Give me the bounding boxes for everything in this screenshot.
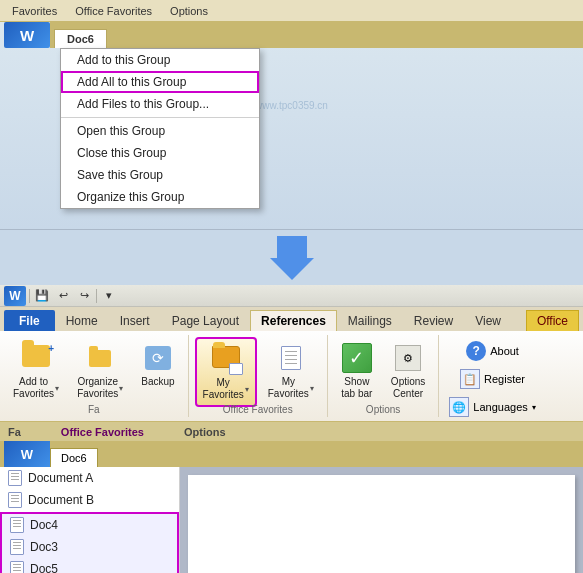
left-label-doc-a: Document A [28,471,93,485]
my-favorites-small-label: MyFavorites [268,376,309,400]
left-item-doc-b[interactable]: Document B [0,489,179,511]
word-logo-top: W [4,22,50,48]
tab-mailings[interactable]: Mailings [337,310,403,331]
show-tab-bar-btn[interactable]: ✓ Showtab bar [334,337,380,405]
tab-review[interactable]: Review [403,310,464,331]
organize-label-row: OrganizeFavorites ▾ [77,376,123,400]
languages-item[interactable]: 🌐 Languages ▾ [445,395,539,419]
left-icon-doc-b [8,492,22,508]
tab-favorites-top[interactable]: Favorites [4,3,65,19]
register-icon: 📋 [460,369,480,389]
qa-sep1 [29,289,30,303]
ribbon-tab-bar: File Home Insert Page Layout References … [0,307,583,331]
left-label-doc-b: Document B [28,493,94,507]
add-to-favorites-btn[interactable]: + Add toFavorites ▾ [6,337,66,405]
ribbon-group-office-favorites: MyFavorites ▾ MyFavorites ▾ Office Favor… [189,335,328,417]
backup-icon: ⟳ [142,342,174,374]
my-favorites-small-label-row: MyFavorites ▾ [268,376,314,400]
left-item-doc-a[interactable]: Document A [0,467,179,489]
qa-undo-btn[interactable]: ↩ [54,287,72,305]
office-favorites-group-label: Office Favorites [189,404,327,415]
backup-btn[interactable]: ⟳ Backup [134,337,181,405]
qa-dropdown-btn[interactable]: ▾ [100,287,118,305]
show-tab-bar-icon: ✓ [341,342,373,374]
add-favorites-label: Add toFavorites [13,376,54,400]
left-icon-doc5 [10,561,24,573]
checkmark-icon: ✓ [342,343,372,373]
options-icon-shape: ⚙ [395,345,421,371]
ctx-add-to-group[interactable]: Add to this Group [61,49,259,71]
tab-home[interactable]: Home [55,310,109,331]
tab-view[interactable]: View [464,310,512,331]
quick-access-toolbar: W 💾 ↩ ↪ ▾ [0,285,583,307]
ctx-close-group[interactable]: Close this Group [61,142,259,164]
tab-insert[interactable]: Insert [109,310,161,331]
my-favorites-small-btn[interactable]: MyFavorites ▾ [261,337,321,407]
options-center-icon: ⚙ [392,342,424,374]
register-item[interactable]: 📋 Register [456,367,529,391]
ctx-add-all-to-group[interactable]: Add All to this Group [61,71,259,93]
my-favorites-arrow: ▾ [245,385,249,394]
tab-office[interactable]: Office [526,310,579,331]
my-favorites-label-row: MyFavorites ▾ [203,377,249,401]
organize-icon [84,342,116,374]
tab-file[interactable]: File [4,310,55,331]
left-icon-doc3 [10,539,24,555]
backup-shape: ⟳ [145,346,171,370]
tab-options-top[interactable]: Options [162,3,216,19]
my-favorites-label: MyFavorites [203,377,244,401]
question-icon: ? [466,341,486,361]
tab-references[interactable]: References [250,310,337,331]
qa-redo-btn[interactable]: ↪ [75,287,93,305]
favorites-group-label: Fa [0,404,188,415]
options-center-label: OptionsCenter [391,376,425,400]
ctx-sep1 [61,117,259,118]
arrow-section [0,230,583,285]
folder-icon [22,345,50,367]
sublabel-office-favorites: Office Favorites [61,426,144,438]
about-label: About [490,345,519,357]
ribbon-group-options: ✓ Showtab bar ⚙ OptionsCenter Options [328,335,439,417]
ribbon-group-favorites: + Add toFavorites ▾ OrganizeFavorites ▾ [0,335,189,417]
tab-office-favorites-top[interactable]: Office Favorites [67,3,160,19]
ribbon-group-help: ? About 📋 Register 🌐 Languages ▾ [439,335,545,417]
ctx-organize-group[interactable]: Organize this Group [61,186,259,208]
file-tabs-bar-top: Doc6 [50,22,583,48]
about-item[interactable]: ? About [462,339,523,363]
ctx-add-files[interactable]: Add Files to this Group... [61,93,259,115]
file-tab-doc6-top[interactable]: Doc6 [54,29,107,48]
organize-arrow: ▾ [119,384,123,393]
ctx-save-group[interactable]: Save this Group [61,164,259,186]
watermark-top: www.tpc0359.cn [255,100,328,111]
organize-favorites-btn[interactable]: OrganizeFavorites ▾ [70,337,130,405]
bottom-file-tabs: W Doc6 [0,441,583,467]
top-section: Favorites Office Favorites Options Doc6 … [0,0,583,230]
add-favorites-label-row: Add toFavorites ▾ [13,376,59,400]
page-on-folder [229,363,243,375]
left-label-doc4: Doc4 [30,518,58,532]
backup-label: Backup [141,376,174,388]
left-label-doc3: Doc3 [30,540,58,554]
organize-label: OrganizeFavorites [77,376,118,400]
ctx-open-group[interactable]: Open this Group [61,120,259,142]
left-item-doc4[interactable]: Doc4 [2,514,177,536]
left-icon-doc4 [10,517,24,533]
left-item-doc5[interactable]: Doc5 [2,558,177,573]
left-panel: Document A Document B Doc4 Doc3 Doc5 [0,467,180,573]
options-center-btn[interactable]: ⚙ OptionsCenter [384,337,432,405]
bottom-tab-doc6[interactable]: Doc6 [50,448,98,467]
word-logo-bottom[interactable]: W [4,286,26,306]
show-tab-bar-label: Showtab bar [341,376,372,400]
folder-small-icon [89,350,111,367]
tab-page-layout[interactable]: Page Layout [161,310,250,331]
add-favorites-arrow: ▾ [55,384,59,393]
word-doc-inner [188,475,575,573]
left-item-doc3[interactable]: Doc3 [2,536,177,558]
page-icon [281,346,301,370]
languages-arrow: ▾ [532,403,536,412]
my-favorites-highlighted-btn[interactable]: MyFavorites ▾ [195,337,257,407]
qa-save-btn[interactable]: 💾 [33,287,51,305]
qa-sep2 [96,289,97,303]
highlighted-doc-group: Doc4 Doc3 Doc5 Doc6 [0,512,179,573]
bottom-section: W 💾 ↩ ↪ ▾ File Home Insert Page Layout R… [0,285,583,573]
